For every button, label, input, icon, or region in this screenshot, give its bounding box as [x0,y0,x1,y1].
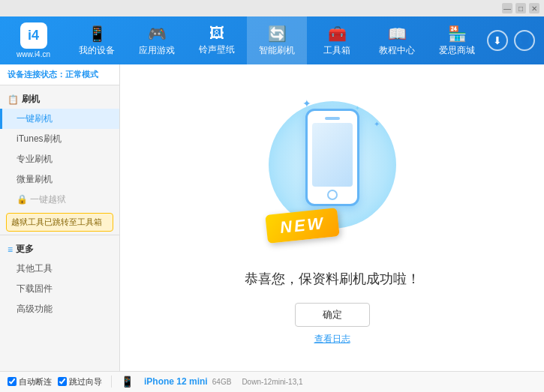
wallpaper-label: 铃声壁纸 [199,43,235,56]
store-icon: 🏪 [448,25,467,43]
sidebar-item-pro-flash[interactable]: 专业刷机 [0,149,119,169]
sidebar-item-other-tools[interactable]: 其他工具 [0,259,119,279]
toolbox-label: 工具箱 [323,44,350,57]
sparkle-1: ✦ [302,97,311,109]
sidebar-item-jailbreak: 🔒 一键越狱 [0,190,119,210]
logo-text: www.i4.cn [17,50,50,58]
status-value: 正常模式 [65,70,98,79]
sidebar: 设备连接状态：正常模式 📋 刷机 一键刷机 iTunes刷机 专业刷机 微量刷机… [0,64,120,371]
apps-games-icon: 🎮 [148,25,167,43]
device-storage: 64GB [210,378,231,386]
device-version: Down-12mini-13,1 [242,378,302,386]
tutorial-icon: 📖 [388,25,407,43]
auto-disconnect-checkbox[interactable]: 自动断连 [8,376,52,388]
auto-disconnect-input[interactable] [8,377,17,386]
skip-wizard-label: 跳过向导 [69,376,102,388]
section-flash-label: 刷机 [22,93,40,106]
sidebar-item-one-key-flash[interactable]: 一键刷机 [0,109,119,129]
skip-wizard-input[interactable] [58,377,67,386]
sparkle-3: ✦ [355,105,360,112]
maximize-button[interactable]: □ [515,3,526,13]
sidebar-item-micro-flash[interactable]: 微量刷机 [0,169,119,190]
nav-items: 📱我的设备🎮应用游戏🖼铃声壁纸🔄智能刷机🧰工具箱📖教程中心🏪爱思商城 [67,16,487,64]
logo-area: i4 www.i4.cn [0,16,67,64]
phone-speaker [325,117,340,120]
more-icon: ≡ [8,244,13,255]
phone-shape [305,109,359,206]
nav-right: ⬇ 👤 [487,30,544,51]
sidebar-item-advanced[interactable]: 高级功能 [0,299,119,319]
download-button[interactable]: ⬇ [487,30,508,51]
flash-icon: 📋 [8,94,19,105]
section-flash: 📋 刷机 [0,88,119,109]
logo-icon: i4 [20,22,47,49]
user-button[interactable]: 👤 [514,30,535,51]
confirm-button[interactable]: 确定 [295,303,370,327]
title-bar: — □ ✕ [0,0,544,16]
tutorial-label: 教程中心 [379,44,415,57]
nav-item-apps-games[interactable]: 🎮应用游戏 [127,16,187,64]
header: i4 www.i4.cn 📱我的设备🎮应用游戏🖼铃声壁纸🔄智能刷机🧰工具箱📖教程… [0,16,544,64]
minimize-button[interactable]: — [502,3,512,13]
footer-divider [111,376,112,388]
phone-screen [312,123,353,187]
toolbox-icon: 🧰 [328,25,347,43]
store-label: 爱思商城 [439,44,475,57]
my-device-icon: 📱 [88,25,107,43]
new-badge: NEW [265,208,340,244]
nav-item-tutorial[interactable]: 📖教程中心 [367,16,427,64]
jailbreak-notice: 越狱工具已跳转至工具箱 [6,213,113,232]
connection-status: 设备连接状态：正常模式 [0,64,119,85]
success-illustration: ✦ ✦ ✦ NEW [257,90,407,255]
auto-disconnect-label: 自动断连 [19,376,52,388]
sidebar-divider [0,235,119,235]
status-label: 设备连接状态： [8,70,65,79]
apps-games-label: 应用游戏 [139,44,175,57]
nav-item-toolbox[interactable]: 🧰工具箱 [307,16,367,64]
wallpaper-icon: 🖼 [209,25,224,42]
my-device-label: 我的设备 [79,44,115,57]
nav-item-my-device[interactable]: 📱我的设备 [67,16,127,64]
content-area: ✦ ✦ ✦ NEW 恭喜您，保资料刷机成功啦！ 确定 查看日志 [120,64,544,371]
nav-item-wallpaper[interactable]: 🖼铃声壁纸 [187,16,247,64]
sidebar-item-download-firmware[interactable]: 下载固件 [0,279,119,299]
section-more-label: 更多 [16,243,34,256]
success-title: 恭喜您，保资料刷机成功啦！ [245,270,420,288]
device-info: iPhone 12 mini 64GB [144,376,231,387]
footer-row1: 自动断连 跳过向导 📱 iPhone 12 mini 64GB Down-12m… [0,372,544,392]
device-name: iPhone 12 mini [144,376,208,387]
skip-wizard-checkbox[interactable]: 跳过向导 [58,376,102,388]
smart-flash-label: 智能刷机 [259,44,295,57]
section-more: ≡ 更多 [0,238,119,259]
smart-flash-icon: 🔄 [268,25,287,43]
view-log-link[interactable]: 查看日志 [314,333,350,346]
sidebar-item-itunes-flash[interactable]: iTunes刷机 [0,129,119,149]
phone-home-btn [327,190,338,200]
device-icon: 📱 [121,376,134,388]
footer-area: 自动断连 跳过向导 📱 iPhone 12 mini 64GB Down-12m… [0,371,544,392]
sparkle-2: ✦ [374,120,380,128]
close-button[interactable]: ✕ [529,3,539,13]
main-container: 设备连接状态：正常模式 📋 刷机 一键刷机 iTunes刷机 专业刷机 微量刷机… [0,64,544,371]
nav-item-smart-flash[interactable]: 🔄智能刷机 [247,16,307,64]
nav-item-store[interactable]: 🏪爱思商城 [427,16,487,64]
